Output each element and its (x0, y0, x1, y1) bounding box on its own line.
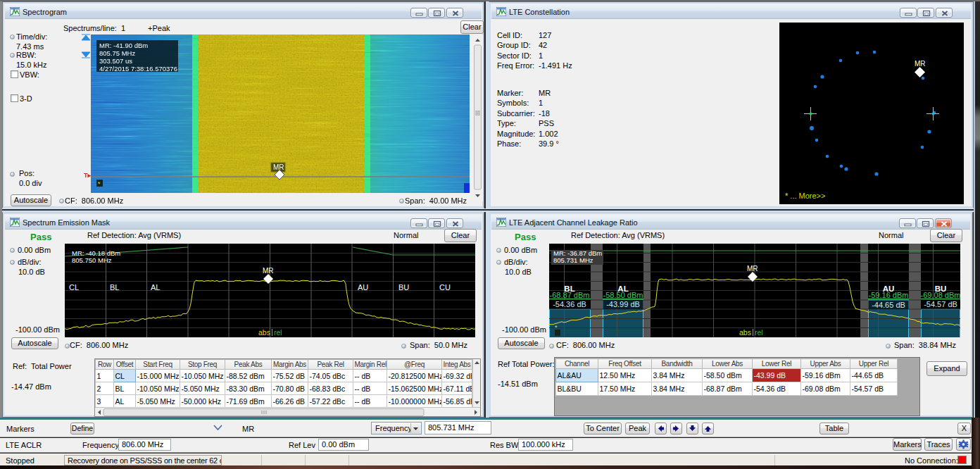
svg-text:rel: rel (755, 328, 763, 337)
svg-text:805.750 MHz: 805.750 MHz (72, 256, 112, 264)
svg-text:-68.87 dBm: -68.87 dBm (550, 291, 590, 299)
svg-text:rel: rel (274, 328, 282, 337)
svg-text:CL: CL (69, 283, 79, 292)
svg-text:AL: AL (151, 283, 160, 292)
svg-text:AU: AU (358, 283, 368, 292)
svg-text:-44.65 dB: -44.65 dB (872, 301, 905, 309)
svg-text:abs: abs (258, 328, 270, 337)
svg-text:-43.99 dB: -43.99 dB (606, 300, 640, 308)
svg-text:-59.16 dBm: -59.16 dBm (869, 291, 909, 299)
svg-text:BL: BL (110, 283, 119, 292)
svg-text:* ... More>>: * ... More>> (785, 192, 825, 200)
svg-text:MR: MR (915, 60, 926, 68)
svg-text:MR: -41.90 dBm: MR: -41.90 dBm (99, 42, 148, 49)
svg-text:-58.50 dBm: -58.50 dBm (603, 291, 643, 299)
svg-text:303.507 us: 303.507 us (99, 57, 132, 65)
svg-text:abs: abs (739, 328, 751, 337)
svg-text:805.731 MHz: 805.731 MHz (553, 256, 593, 264)
svg-text:-54.57 dB: -54.57 dB (924, 300, 957, 308)
svg-text:MR: MR (747, 265, 758, 273)
svg-text:-54.36 dB: -54.36 dB (553, 300, 586, 308)
svg-text:805.75 MHz: 805.75 MHz (99, 49, 135, 57)
svg-text:4/27/2015 7:38:16.570376: 4/27/2015 7:38:16.570376 (99, 65, 177, 73)
svg-text:BU: BU (398, 283, 409, 292)
svg-text:CU: CU (439, 283, 451, 292)
svg-text:MR: MR (273, 163, 284, 171)
svg-text:MR: MR (263, 267, 274, 275)
svg-text:*: * (98, 180, 101, 187)
svg-text:-69.08 dBm: -69.08 dBm (921, 291, 960, 299)
